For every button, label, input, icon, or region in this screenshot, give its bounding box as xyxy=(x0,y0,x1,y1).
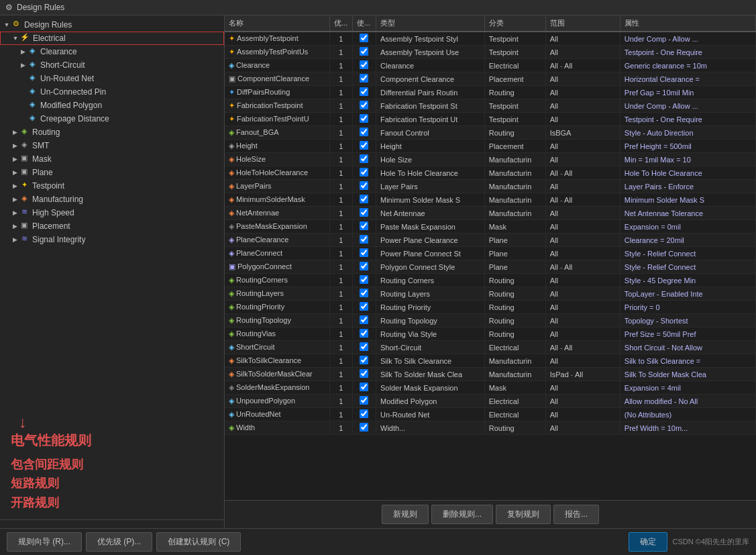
cell-use[interactable] xyxy=(352,140,376,153)
tree-item-un-routed-net[interactable]: ◈ Un-Routed Net xyxy=(0,72,224,85)
tree-item-placement[interactable]: ▶ ▣ Placement xyxy=(0,219,224,233)
cell-use[interactable] xyxy=(352,207,376,220)
table-row[interactable]: ◈Height1HeightPlacementAllPref Height = … xyxy=(225,140,756,153)
table-row[interactable]: ◈UnRoutedNet1Un-Routed NetElectricalAll(… xyxy=(225,408,756,421)
table-row[interactable]: ✦DiffPairsRouting1Differential Pairs Rou… xyxy=(225,86,756,99)
tree-item-modified-polygon[interactable]: ◈ Modified Polygon xyxy=(0,99,224,112)
tree-item-creepage-distance[interactable]: ◈ Creepage Distance xyxy=(0,112,224,125)
wizard-button[interactable]: 规则向导 (R)... xyxy=(7,532,82,552)
use-checkbox[interactable] xyxy=(360,289,368,297)
cell-use[interactable] xyxy=(352,354,376,368)
tree-item-short-circuit[interactable]: ▶ ◈ Short-Circuit xyxy=(0,58,224,72)
tree-item-clearance[interactable]: ▶ ◈ Clearance xyxy=(0,45,224,58)
use-checkbox[interactable] xyxy=(360,60,368,69)
table-row[interactable]: ◈PlaneClearance1Power Plane ClearancePla… xyxy=(225,234,756,247)
tree-item-smt[interactable]: ▶ ◈ SMT xyxy=(0,139,224,152)
table-row[interactable]: ◈Clearance1ClearanceElectricalAll - AllG… xyxy=(225,59,756,72)
use-checkbox[interactable] xyxy=(360,356,368,364)
cell-use[interactable] xyxy=(352,99,376,113)
table-row[interactable]: ▣PolygonConnect1Polygon Connect StylePla… xyxy=(225,260,756,274)
table-row[interactable]: ◈MinimumSolderMask1Minimum Solder Mask S… xyxy=(225,193,756,207)
use-checkbox[interactable] xyxy=(360,248,368,257)
create-default-button[interactable]: 创建默认规则 (C) xyxy=(156,532,241,552)
use-checkbox[interactable] xyxy=(360,235,368,244)
cell-use[interactable] xyxy=(352,234,376,247)
use-checkbox[interactable] xyxy=(360,262,368,270)
ok-button[interactable]: 确定 xyxy=(629,532,667,552)
cell-use[interactable] xyxy=(352,368,376,381)
table-row[interactable]: ◈RoutingLayers1Routing LayersRoutingAllT… xyxy=(225,287,756,301)
cell-use[interactable] xyxy=(352,86,376,99)
use-checkbox[interactable] xyxy=(360,315,368,324)
use-checkbox[interactable] xyxy=(360,208,368,217)
rules-table-container[interactable]: 名称 优... 使... 类型 分类 范围 属性 ✦AssemblyTestpo… xyxy=(225,15,756,500)
table-row[interactable]: ◈RoutingCorners1Routing CornersRoutingAl… xyxy=(225,274,756,287)
delete-rule-button[interactable]: 删除规则... xyxy=(431,505,493,524)
cell-use[interactable] xyxy=(352,260,376,274)
use-checkbox[interactable] xyxy=(360,329,368,338)
use-checkbox[interactable] xyxy=(360,369,368,378)
cell-use[interactable] xyxy=(352,247,376,260)
table-row[interactable]: ◈RoutingPriority1Routing PriorityRouting… xyxy=(225,301,756,314)
table-row[interactable]: ◈SolderMaskExpansion1Solder Mask Expansi… xyxy=(225,381,756,395)
use-checkbox[interactable] xyxy=(360,168,368,176)
use-checkbox[interactable] xyxy=(360,87,368,96)
tree-item-mask[interactable]: ▶ ▣ Mask xyxy=(0,152,224,166)
table-row[interactable]: ✦FabricationTestPointU1Fabrication Testp… xyxy=(225,113,756,126)
cell-use[interactable] xyxy=(352,274,376,287)
use-checkbox[interactable] xyxy=(360,302,368,311)
table-row[interactable]: ✦AssemblyTestPointUs1Assembly Testpoint … xyxy=(225,46,756,59)
cell-use[interactable] xyxy=(352,153,376,166)
cell-use[interactable] xyxy=(352,395,376,408)
table-row[interactable]: ◈SilkToSolderMaskClear1Silk To Solder Ma… xyxy=(225,368,756,381)
cell-use[interactable] xyxy=(352,126,376,140)
cell-use[interactable] xyxy=(352,72,376,86)
table-row[interactable]: ✦FabricationTestpoint1Fabrication Testpo… xyxy=(225,99,756,113)
use-checkbox[interactable] xyxy=(360,74,368,83)
tree-item-manufacturing[interactable]: ▶ ◈ Manufacturing xyxy=(0,193,224,206)
use-checkbox[interactable] xyxy=(360,128,368,136)
cell-use[interactable] xyxy=(352,193,376,207)
cell-use[interactable] xyxy=(352,220,376,234)
table-row[interactable]: ◈ShortCircuit1Short-CircuitElectricalAll… xyxy=(225,341,756,354)
table-row[interactable]: ◈Width1Width...RoutingAllPref Width = 10… xyxy=(225,421,756,435)
table-row[interactable]: ◈Fanout_BGA1Fanout ControlRoutingIsBGASt… xyxy=(225,126,756,140)
copy-rule-button[interactable]: 复制规则 xyxy=(496,505,551,524)
table-row[interactable]: ◈NetAntennae1Net AntennaeManufacturinAll… xyxy=(225,207,756,220)
cell-use[interactable] xyxy=(352,314,376,327)
table-row[interactable]: ◈UnpouredPolygon1Modified PolygonElectri… xyxy=(225,395,756,408)
use-checkbox[interactable] xyxy=(360,101,368,109)
cell-use[interactable] xyxy=(352,113,376,126)
cell-use[interactable] xyxy=(352,287,376,301)
table-row[interactable]: ◈LayerPairs1Layer PairsManufacturinAllLa… xyxy=(225,180,756,193)
cell-use[interactable] xyxy=(352,301,376,314)
use-checkbox[interactable] xyxy=(360,114,368,123)
table-row[interactable]: ◈SilkToSilkClearance1Silk To Silk Cleara… xyxy=(225,354,756,368)
use-checkbox[interactable] xyxy=(360,221,368,230)
use-checkbox[interactable] xyxy=(360,423,368,432)
new-rule-button[interactable]: 新规则 xyxy=(382,505,429,524)
tree-item-electrical[interactable]: ▼ ⚡ Electrical xyxy=(0,32,224,45)
tree-item-plane[interactable]: ▶ ▣ Plane xyxy=(0,166,224,179)
cell-use[interactable] xyxy=(352,180,376,193)
use-checkbox[interactable] xyxy=(360,195,368,203)
tree-item-signal-integrity[interactable]: ▶ ≋ Signal Integrity xyxy=(0,233,224,246)
tree-item-testpoint[interactable]: ▶ ✦ Testpoint xyxy=(0,179,224,193)
table-row[interactable]: ◈PlaneConnect1Power Plane Connect StPlan… xyxy=(225,247,756,260)
use-checkbox[interactable] xyxy=(360,396,368,405)
table-row[interactable]: ◈RoutingVias1Routing Via StyleRoutingAll… xyxy=(225,327,756,341)
table-row[interactable]: ◈RoutingTopology1Routing TopologyRouting… xyxy=(225,314,756,327)
cell-use[interactable] xyxy=(352,327,376,341)
tree-item-high-speed[interactable]: ▶ ≋ High Speed xyxy=(0,206,224,219)
use-checkbox[interactable] xyxy=(360,141,368,150)
tree-item-un-connected-pin[interactable]: ◈ Un-Connected Pin xyxy=(0,85,224,99)
table-row[interactable]: ◈HoleSize1Hole SizeManufacturinAllMin = … xyxy=(225,153,756,166)
cell-use[interactable] xyxy=(352,46,376,59)
use-checkbox[interactable] xyxy=(360,47,368,56)
tree-root-design-rules[interactable]: ▼ ⚙ Design Rules xyxy=(0,18,224,32)
table-row[interactable]: ◈HoleToHoleClearance1Hole To Hole Cleara… xyxy=(225,166,756,180)
use-checkbox[interactable] xyxy=(360,275,368,284)
cell-use[interactable] xyxy=(352,408,376,421)
cell-use[interactable] xyxy=(352,59,376,72)
table-row[interactable]: ✦AssemblyTestpoint1Assembly Testpoint St… xyxy=(225,32,756,46)
